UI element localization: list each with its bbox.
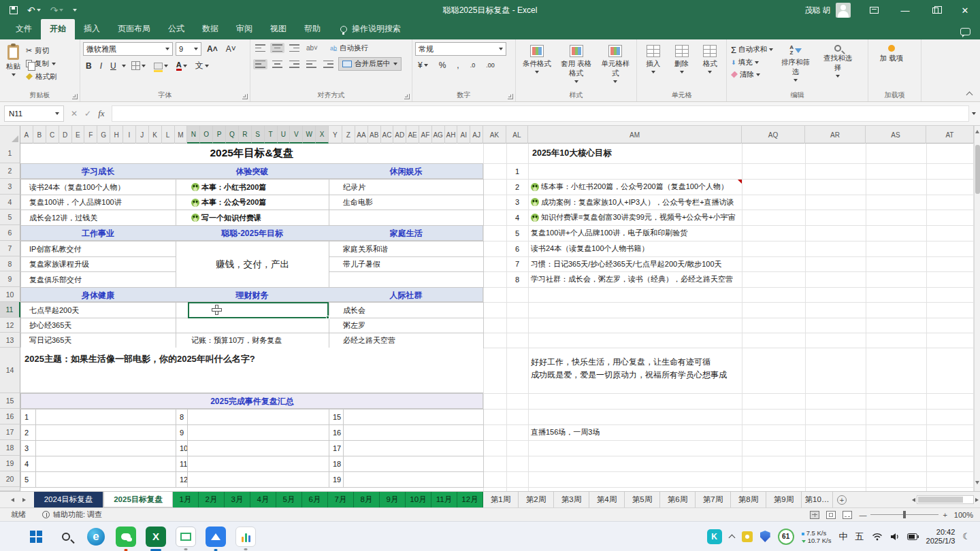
row-header-16[interactable]: 16 (0, 409, 20, 424)
row-header-20[interactable]: 20 (0, 471, 20, 487)
row-header-8[interactable]: 8 (0, 256, 20, 271)
sheet-title-cell[interactable]: 2025年目标&复盘 (20, 144, 483, 163)
core-goal-item-3[interactable]: 成功案例：复盘家族10人+IP3人），公众号专栏+直播访谈 (531, 195, 734, 210)
decrease-decimal-button[interactable]: .00 (483, 61, 497, 69)
sheet-tab-month-9[interactable]: 9月 (380, 492, 406, 507)
phonetic-guide-button[interactable]: 文 (193, 59, 212, 72)
column-header-AQ[interactable]: AQ (742, 126, 805, 144)
percent-button[interactable]: % (436, 60, 449, 71)
theme-cell[interactable]: 2025主题：如果生活像一部电影，你的2025年叫什么名字? (20, 348, 483, 393)
column-header-AK[interactable]: AK (483, 126, 506, 144)
hscroll-left-icon[interactable] (912, 498, 915, 502)
copy-button[interactable]: 复制 (24, 58, 59, 69)
menu-tab-8[interactable]: 帮助 (295, 19, 329, 39)
sheet-tab-month-7[interactable]: 7月 (328, 492, 354, 507)
cell-r4-c0[interactable]: 复盘100讲，个人品牌100讲 (20, 195, 176, 210)
borders-button[interactable] (129, 61, 148, 71)
column-header-X[interactable]: X (316, 126, 329, 144)
num-rest-r19-c0[interactable] (35, 456, 176, 472)
num-rest-r18-c2[interactable] (343, 440, 484, 456)
cell-r11-c0[interactable]: 七点早起200天 (20, 302, 176, 318)
capture-tool-button[interactable] (176, 527, 196, 547)
menu-tab-4[interactable]: 公式 (159, 19, 193, 39)
sheet-tab-month-5[interactable]: 5月 (276, 492, 302, 507)
wubi-indicator[interactable]: 五 (855, 531, 864, 543)
core-goal-item-7[interactable]: 习惯：日记365天/抄心经365天/七点早起200天/散步100天 (531, 256, 722, 271)
column-header-AF[interactable]: AF (419, 126, 432, 144)
cell-r7-c2[interactable]: 家庭关系和谐 (329, 241, 484, 257)
row-header-2[interactable]: 2 (0, 163, 20, 179)
sheet-tab-month-12[interactable]: 12月 (457, 492, 483, 507)
column-header-F[interactable]: F (84, 126, 97, 144)
fill-handle[interactable] (326, 316, 329, 319)
speaker-icon[interactable] (890, 533, 900, 541)
sheet-tab-month-2[interactable]: 2月 (199, 492, 225, 507)
sheet-tab-month-4[interactable]: 4月 (250, 492, 276, 507)
formula-input[interactable] (112, 105, 969, 122)
zoom-out-button[interactable]: — (859, 511, 866, 519)
fill-color-button[interactable] (151, 62, 171, 70)
minimize-button[interactable]: — (890, 0, 920, 20)
column-header-N[interactable]: N (187, 126, 200, 144)
number-format-select[interactable]: 常规 (415, 42, 506, 56)
font-name-select[interactable]: 微软雅黑 (83, 42, 173, 56)
name-box[interactable]: N11 (4, 105, 64, 122)
num-cell-r20-c0[interactable]: 5 (20, 471, 36, 488)
column-header-G[interactable]: G (97, 126, 110, 144)
num-rest-r19-c2[interactable] (343, 456, 484, 472)
cell-r3-c2[interactable]: 纪录片 (329, 179, 484, 195)
cell-r5-c2[interactable] (329, 210, 484, 226)
sheet-tab-month-10[interactable]: 10月 (406, 492, 431, 507)
enter-icon[interactable]: ✓ (84, 109, 91, 118)
next-sheet-icon[interactable] (22, 498, 26, 502)
battery-icon[interactable] (907, 533, 919, 540)
align-left-button[interactable] (253, 59, 267, 69)
num-cell-r18-c2[interactable]: 17 (329, 440, 344, 456)
column-header-E[interactable]: E (72, 126, 85, 144)
selected-cell-N11[interactable] (188, 302, 329, 318)
column-header-D[interactable]: D (59, 126, 72, 144)
format-as-table-button[interactable]: 套用 表格格式 (557, 42, 596, 90)
sheet-tab-month-11[interactable]: 11月 (431, 492, 457, 507)
vertical-scrollbar[interactable] (974, 126, 980, 491)
sheet-tab-week-7[interactable]: 第7周 (696, 492, 731, 507)
column-header-AS[interactable]: AS (866, 126, 926, 144)
sheet-tab-month-6[interactable]: 6月 (302, 492, 328, 507)
column-header-AI[interactable]: AI (457, 126, 470, 144)
align-top-button[interactable] (253, 43, 267, 53)
blue-app-button[interactable] (206, 527, 226, 547)
menu-tab-1[interactable]: 开始 (41, 19, 75, 39)
column-header-A[interactable]: A (20, 126, 33, 144)
row-header-7[interactable]: 7 (0, 241, 20, 256)
core-goal-item-8[interactable]: 学习社群：成长会，粥左罗，读书（经典），必经之路天空营 (531, 271, 733, 287)
sheet-tab-2025[interactable]: 2025目标复盘 (103, 492, 173, 507)
column-header-B[interactable]: B (33, 126, 46, 144)
num-cell-r18-c1[interactable]: 10 (176, 440, 188, 456)
tell-me-search[interactable]: 操作说明搜索 (340, 23, 401, 39)
page-layout-view-button[interactable] (826, 511, 836, 519)
cell-r8-c0[interactable]: 复盘家族课程升级 (20, 256, 176, 272)
underline-dropdown[interactable] (122, 65, 126, 67)
merge-center-button[interactable]: 合并后居中 (338, 57, 402, 71)
menu-tab-2[interactable]: 插入 (75, 19, 109, 39)
num-cell-r17-c1[interactable]: 9 (176, 424, 188, 441)
increase-indent-button[interactable] (321, 59, 336, 69)
core-goal-item-2[interactable]: 练本事：小红书200篇，公众号200篇（复盘100个人物） (531, 179, 728, 195)
cell-r12-c0[interactable]: 抄心经365天 (20, 318, 176, 333)
expand-formula-bar-icon[interactable] (972, 112, 976, 115)
wifi-icon[interactable] (872, 533, 883, 541)
cell-r13-c2[interactable]: 必经之路天空营 (329, 333, 484, 348)
column-header-T[interactable]: T (265, 126, 278, 144)
column-header-U[interactable]: U (278, 126, 291, 144)
num-rest-r17-c2[interactable] (343, 424, 484, 441)
clipboard-dialog-launcher[interactable] (72, 94, 78, 99)
sheet-tab-week-10[interactable]: 第10… (802, 492, 833, 507)
save-icon[interactable] (10, 6, 18, 14)
row-header-19[interactable]: 19 (0, 456, 20, 471)
security-score-badge[interactable]: 61 (778, 529, 794, 545)
align-right-button[interactable] (287, 59, 301, 69)
tray-clock[interactable]: 20:42 2025/1/3 (926, 528, 956, 546)
num-cell-r16-c1[interactable]: 8 (176, 409, 188, 425)
row-header-13[interactable]: 13 (0, 333, 20, 348)
addins-button[interactable]: 加 载项 (871, 42, 912, 66)
